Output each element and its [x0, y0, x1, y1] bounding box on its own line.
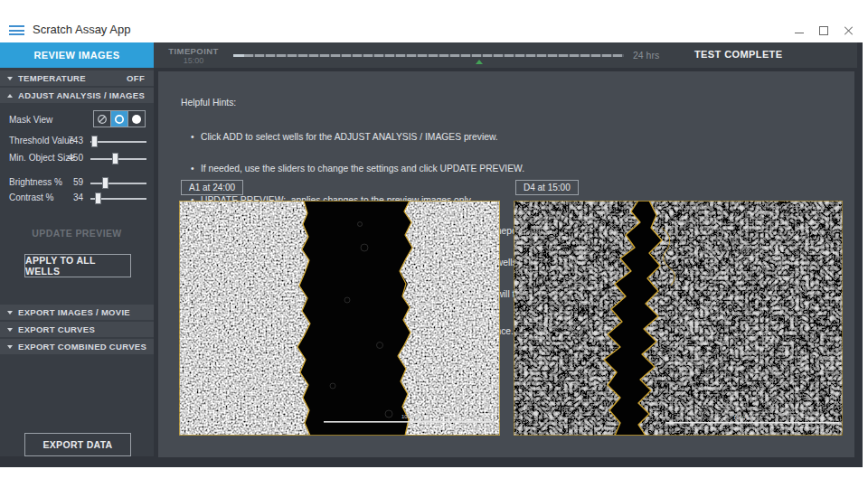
mask-view-label: Mask View	[9, 115, 52, 125]
slider-thumb-2[interactable]	[102, 177, 108, 189]
slider-thumb-3[interactable]	[95, 192, 101, 204]
window-controls	[795, 18, 857, 42]
contrast-value: 34	[73, 192, 83, 202]
chevron-down-icon	[7, 328, 13, 332]
section-export-combined-label: EXPORT COMBINED CURVES	[18, 342, 146, 352]
update-preview-button[interactable]: UPDATE PREVIEW	[0, 228, 154, 239]
duration-label: 24 hrs	[633, 50, 659, 61]
section-temperature-label: TEMPERATURE	[18, 73, 86, 83]
scale-bar-label: 1000 μm	[733, 415, 754, 420]
minimize-icon[interactable]	[795, 25, 805, 35]
app-title: Scratch Assay App	[33, 23, 130, 36]
test-status: TEST COMPLETE	[694, 49, 782, 60]
mask-filled-button[interactable]	[127, 111, 145, 127]
timepoint-label: TIMEPOINT	[167, 46, 220, 56]
mask-view-control	[93, 110, 146, 127]
sidebar: REVIEW IMAGES TEMPERATURE OFF ADJUST ANA…	[0, 42, 154, 456]
chevron-down-icon	[7, 311, 13, 314]
app-window: Scratch Assay App REVIEW IMAGES TEMPERAT…	[0, 18, 863, 467]
export-data-button[interactable]: EXPORT DATA	[24, 433, 131, 456]
preview-image-d4: 1000 μm	[514, 201, 843, 436]
scale-bar-label: 1000 μm	[401, 414, 422, 419]
hint-line: If needed, use the sliders to change the…	[181, 164, 718, 174]
scratch-wound-region	[297, 201, 412, 436]
microscopy-image-a1: 1000 μm	[179, 201, 500, 436]
main-panel: Helpful Hints: Click ADD to select wells…	[158, 71, 854, 457]
brightness-slider[interactable]	[90, 183, 146, 184]
scale-bar	[324, 421, 492, 423]
preview-image-a1: 1000 μm	[179, 201, 500, 436]
hamburger-menu-icon[interactable]	[9, 25, 24, 36]
contrast-slider[interactable]	[90, 198, 146, 200]
filled-mask-icon	[131, 114, 142, 125]
section-export-images-label: EXPORT IMAGES / MOVIE	[18, 307, 130, 317]
slider-row-brightness: Brightness % 59	[9, 177, 146, 190]
section-export-images[interactable]: EXPORT IMAGES / MOVIE	[0, 305, 154, 320]
review-images-button[interactable]: REVIEW IMAGES	[0, 42, 154, 68]
slider-row-min-object: Min. Object Size 450	[9, 153, 146, 165]
section-export-curves[interactable]: EXPORT CURVES	[0, 322, 154, 337]
contrast-label: Contrast %	[9, 192, 53, 202]
hint-line: Click ADD to select wells for the ADJUST…	[181, 132, 718, 143]
section-export-curves-label: EXPORT CURVES	[18, 324, 95, 334]
threshold-label: Threshold Value	[9, 136, 74, 145]
outline-mask-icon	[114, 114, 125, 125]
scale-bar	[665, 422, 839, 424]
timepoint-bar: TIMEPOINT 15:00 24 hrs TEST COMPLETE	[154, 42, 857, 68]
title-bar: Scratch Assay App	[0, 18, 863, 42]
slider-thumb-1[interactable]	[112, 153, 118, 164]
timepoint-value: 15:00	[167, 56, 220, 65]
threshold-value: 743	[68, 136, 83, 145]
timepoint-track-start	[233, 54, 244, 57]
mask-outline-button[interactable]	[110, 111, 127, 127]
mask-off-button[interactable]	[94, 111, 110, 127]
apply-to-all-wells-button[interactable]: APPLY TO ALL WELLS	[24, 254, 131, 277]
min-object-value: 450	[68, 153, 83, 163]
hints-title: Helpful Hints:	[181, 98, 718, 108]
microscopy-image-d4: 1000 μm	[514, 201, 843, 436]
temperature-status: OFF	[127, 73, 145, 83]
brightness-value: 59	[73, 177, 83, 187]
chevron-up-icon	[7, 94, 13, 98]
section-adjust-label: ADJUST ANALYSIS / IMAGES	[18, 90, 145, 100]
section-export-combined[interactable]: EXPORT COMBINED CURVES	[0, 339, 154, 354]
min-object-slider[interactable]	[90, 158, 146, 160]
screenshot-root: Scratch Assay App REVIEW IMAGES TEMPERAT…	[0, 0, 868, 488]
no-mask-icon	[97, 114, 108, 125]
slider-thumb-0[interactable]	[91, 136, 98, 147]
min-object-label: Min. Object Size	[9, 153, 75, 163]
preview-label-d4: D4 at 15:00	[515, 180, 579, 195]
timepoint-slider-track[interactable]	[233, 54, 624, 57]
close-icon[interactable]	[844, 25, 854, 35]
timepoint-marker[interactable]	[476, 60, 483, 64]
chevron-down-icon	[7, 77, 13, 80]
threshold-slider[interactable]	[90, 141, 146, 143]
slider-row-contrast: Contrast % 34	[9, 192, 146, 205]
maximize-icon[interactable]	[819, 25, 829, 35]
section-temperature[interactable]: TEMPERATURE OFF	[0, 70, 154, 86]
brightness-label: Brightness %	[9, 177, 62, 187]
section-adjust-analysis[interactable]: ADJUST ANALYSIS / IMAGES	[0, 88, 154, 103]
slider-row-threshold: Threshold Value 743	[9, 136, 146, 148]
preview-label-a1: A1 at 24:00	[181, 180, 243, 195]
chevron-down-icon	[7, 345, 13, 349]
